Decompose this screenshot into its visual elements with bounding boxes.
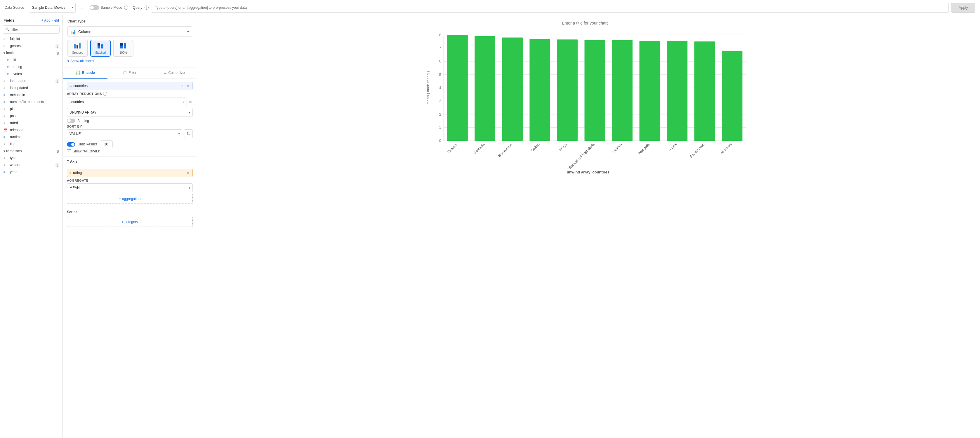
limit-toggle[interactable]: [67, 142, 75, 147]
binning-toggle[interactable]: [67, 119, 75, 123]
sort-by-label: SORT BY: [67, 125, 193, 128]
field-item-year[interactable]: # year: [0, 169, 62, 175]
add-aggregation-btn[interactable]: + aggregation: [67, 194, 193, 204]
chart-variant-100pct[interactable]: 100%: [113, 40, 134, 57]
field-group-tomatoes[interactable]: ▾ tomatoes {}: [0, 148, 62, 154]
array-reduction-select[interactable]: UNWIND ARRAY: [67, 108, 193, 117]
x-field-grid-btn[interactable]: ⊞: [181, 83, 185, 89]
field-badge: []: [56, 163, 59, 167]
svg-rect-28: [447, 35, 468, 141]
tab-encode[interactable]: 📊Encode: [63, 67, 107, 78]
field-item-plot[interactable]: A plot: [0, 105, 62, 112]
binning-row: Binning: [67, 119, 193, 123]
fields-list: A fullplot A genres []▾ imdb {}# id # ra…: [0, 35, 62, 438]
field-item-num_mflix_comments[interactable]: # num_mflix_comments: [0, 99, 62, 105]
filter-input[interactable]: [3, 25, 60, 33]
svg-text:Mongolia: Mongolia: [638, 142, 650, 155]
series-label: Series: [67, 210, 193, 214]
chart-type-section: Chart Type 📊 Column GroupedStacked100% ▾…: [63, 15, 197, 67]
svg-text:Kenya: Kenya: [558, 142, 568, 152]
svg-text:7: 7: [439, 46, 441, 50]
tab-filter[interactable]: ⊟Filter: [107, 67, 152, 78]
svg-rect-4: [97, 43, 100, 46]
field-item-rated[interactable]: A rated: [0, 119, 62, 126]
binning-toggle-knob: [67, 119, 71, 123]
chart-container: 012345678VanuatuBermudaBangladeshGabonKe…: [204, 29, 973, 433]
chart-variant-stacked[interactable]: Stacked: [90, 40, 111, 57]
show-all-charts-btn[interactable]: ▾ Show all charts: [67, 59, 192, 63]
field-type-icon: #: [7, 58, 12, 62]
field-group-imdb[interactable]: ▾ imdb {}: [0, 49, 62, 56]
tab-icon-encode: 📊: [75, 70, 80, 75]
field-item-rating[interactable]: # rating: [0, 64, 62, 70]
field-item-lastupdated[interactable]: A lastupdated: [0, 84, 62, 91]
tab-customize[interactable]: ≡Customize: [152, 67, 197, 78]
field-type-icon: A: [3, 164, 8, 167]
field-type-icon: A: [3, 86, 8, 90]
show-others-checkbox[interactable]: ✓: [67, 149, 71, 153]
array-field-select[interactable]: countries: [67, 97, 187, 106]
aggregate-select[interactable]: MEAN: [67, 183, 193, 192]
query-info-icon[interactable]: i: [145, 6, 149, 10]
sample-mode-knob: [90, 6, 94, 10]
sample-mode-toggle[interactable]: [90, 5, 99, 10]
field-badge: []: [56, 79, 59, 83]
group-name: tomatoes: [6, 149, 22, 153]
field-name: plot: [10, 107, 59, 111]
variant-icon: [119, 42, 127, 50]
variant-icon: [73, 42, 82, 50]
field-item-released[interactable]: 📅 released: [0, 126, 62, 134]
field-item-votes[interactable]: # votes: [0, 70, 62, 77]
field-item-metacritic[interactable]: # metacritic: [0, 91, 62, 99]
field-item-type[interactable]: A type: [0, 154, 62, 161]
field-name: metacritic: [10, 93, 59, 97]
apply-button[interactable]: Apply: [951, 3, 975, 13]
svg-rect-6: [120, 46, 123, 48]
fields-panel: Fields + Add Field 🔍 A fullplot A genres…: [0, 15, 63, 438]
chart-more-btn[interactable]: ···: [966, 20, 973, 26]
encode-tabs: 📊Encode⊟Filter≡Customize: [63, 67, 197, 79]
array-reductions-header: ARRAY REDUCTIONS i: [67, 92, 193, 96]
field-item-fullplot[interactable]: A fullplot: [0, 35, 62, 42]
sample-mode-info-icon[interactable]: i: [124, 6, 128, 10]
svg-rect-30: [474, 36, 495, 141]
chart-variant-grouped[interactable]: Grouped: [67, 40, 88, 57]
x-field-actions: ⊞ ✕: [181, 83, 190, 89]
svg-rect-44: [667, 41, 688, 141]
field-type-icon: 📅: [3, 129, 8, 132]
limit-row: Limit Results: [67, 140, 193, 148]
svg-text:Gabon: Gabon: [530, 142, 540, 152]
field-item-genres[interactable]: A genres []: [0, 42, 62, 49]
add-category-btn[interactable]: + category: [67, 217, 193, 227]
sort-select[interactable]: VALUE: [67, 129, 182, 138]
datasource-label: Data Source: [5, 6, 24, 10]
sort-direction-btn[interactable]: ⇅: [184, 129, 193, 138]
group-name: imdb: [6, 51, 14, 55]
svg-rect-36: [557, 40, 578, 141]
show-others-label: Show "All Others": [73, 149, 100, 153]
svg-text:6: 6: [439, 59, 441, 64]
add-field-button[interactable]: + Add Field: [41, 18, 59, 22]
field-item-writers[interactable]: A writers []: [0, 161, 62, 169]
svg-rect-5: [101, 45, 103, 48]
limit-input[interactable]: [100, 140, 113, 148]
array-reductions-info-icon[interactable]: i: [103, 92, 107, 96]
x-field-remove-btn[interactable]: ✕: [186, 83, 190, 89]
field-item-runtime[interactable]: # runtime: [0, 134, 62, 140]
config-panel: Chart Type 📊 Column GroupedStacked100% ▾…: [63, 15, 197, 438]
chart-type-select[interactable]: Column: [67, 26, 192, 37]
array-field-edit-btn[interactable]: ⊞: [189, 99, 193, 105]
chart-header: ···: [204, 20, 973, 26]
array-field-row: countries ⊞: [67, 97, 193, 106]
field-item-title[interactable]: A title: [0, 140, 62, 148]
y-field-remove-btn[interactable]: ✕: [186, 170, 190, 175]
datasource-select[interactable]: Sample Data: Movies: [29, 3, 76, 13]
field-item-poster[interactable]: A poster: [0, 112, 62, 119]
array-reduction-row: UNWIND ARRAY: [67, 108, 193, 117]
chart-title-input[interactable]: [204, 21, 966, 25]
field-item-id[interactable]: # id: [0, 56, 62, 64]
field-item-languages[interactable]: A languages []: [0, 77, 62, 84]
fields-title: Fields: [3, 18, 14, 22]
svg-rect-1: [76, 45, 78, 48]
query-input[interactable]: [151, 3, 949, 13]
